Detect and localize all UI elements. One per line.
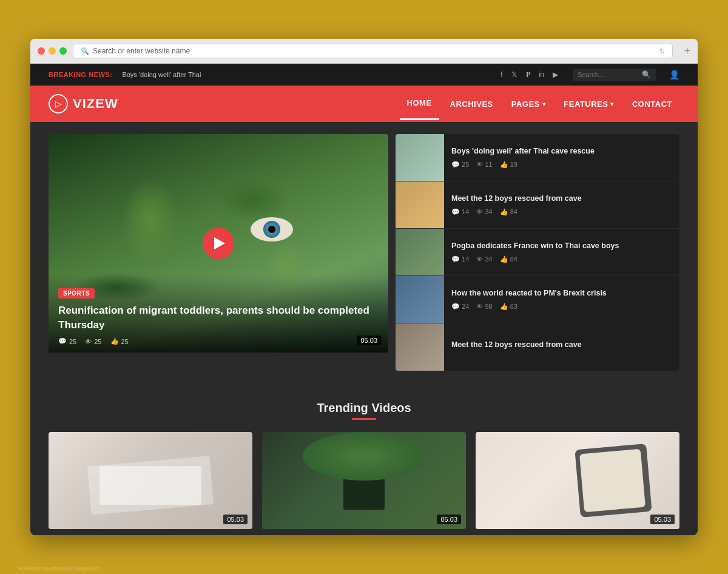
sidebar-thumb-5 [396,323,444,371]
sidebar-article-5[interactable]: Meet the 12 boys rescued from cave [396,323,679,371]
hero-views: 👁 25 [85,338,101,345]
trending-grid: 05.03 05.03 05.03 [49,432,679,529]
sidebar-comments-4: 💬 24 [451,303,469,311]
sidebar-title-3: Pogba dedicates France win to Thai cave … [451,241,672,252]
nav-item-features[interactable]: FEATURES ▾ [556,89,621,120]
address-bar-text: Search or enter website name [93,47,190,55]
main-nav: HOME ARCHIVES PAGES ▾ FEATURES ▾ CONTACT [400,87,679,120]
hero-overlay: SPORTS Reunification of migrant toddlers… [49,275,388,353]
top-search: 🔍 [573,69,656,81]
sidebar-article-2[interactable]: Meet the 12 boys rescued from cave 💬 14 … [396,181,679,229]
breaking-news-text: Boys 'doing well' after Thai [122,71,491,78]
card-duration-1: 05.03 [223,515,248,524]
pinterest-icon[interactable]: 𝐏 [526,70,530,79]
browser-chrome: 🔍 Search or enter website name ↻ + [30,39,698,64]
sidebar-article-1[interactable]: Boys 'doing well' after Thai cave rescue… [396,134,679,181]
new-tab-button[interactable]: + [684,45,690,58]
logo-text: VIZEW [73,96,118,112]
sidebar-likes-2: 👍 84 [500,208,517,216]
linkedin-icon[interactable]: in [539,70,544,79]
sidebar-content-5: Meet the 12 boys rescued from cave [444,323,679,371]
play-icon [214,237,225,249]
twitter-icon[interactable]: 𝕏 [511,70,517,79]
sidebar-views-1: 👁 11 [476,161,492,169]
youtube-icon[interactable]: ▶ [553,70,558,79]
sidebar-meta-2: 💬 14 👁 34 👍 84 [451,208,672,216]
close-dot[interactable] [38,47,45,55]
sidebar-views-3: 👁 34 [476,255,492,263]
eye-iris [263,221,280,238]
minimize-dot[interactable] [49,47,56,55]
hero-title: Reunification of migrant toddlers, paren… [58,303,379,333]
nav-item-archives[interactable]: ARCHIVES [443,89,500,120]
chevron-down-icon: ▾ [542,101,546,107]
breaking-news-label: BREAKING NEWS: [49,71,112,78]
search-input[interactable] [578,71,638,78]
search-icon[interactable]: 🔍 [642,70,651,79]
card-duration-2: 05.03 [437,515,461,524]
hero-likes: 👍 25 [110,337,129,345]
sidebar-comments-2: 💬 14 [451,208,469,216]
hero-sidebar: Boys 'doing well' after Thai cave rescue… [396,134,679,371]
hero-meta: 💬 25 👁 25 👍 25 [58,337,379,345]
sidebar-title-5: Meet the 12 boys rescued from cave [451,340,672,351]
sidebar-title-2: Meet the 12 boys rescued from cave [451,194,672,204]
trending-title: Trending Videos [317,401,411,420]
sidebar-comments-3: 💬 14 [451,255,469,263]
hero-section: SPORTS Reunification of migrant toddlers… [30,122,698,383]
sidebar-comments-1: 💬 25 [451,161,469,169]
browser-window: 🔍 Search or enter website name ↻ + BREAK… [30,39,698,535]
trending-card-2[interactable]: 05.03 [262,432,466,529]
trending-section: Trending Videos 05.03 05 [30,383,698,535]
nav-item-home[interactable]: HOME [400,87,439,120]
eye-white [251,217,293,241]
trending-thumb-3: 05.03 [476,432,679,529]
comment-icon: 💬 [58,337,67,345]
sidebar-content-4: How the world reacted to PM's Brexit cri… [444,276,679,323]
sidebar-title-1: Boys 'doing well' after Thai cave rescue [451,146,672,157]
main-header: ▷ VIZEW HOME ARCHIVES PAGES ▾ FEATURES ▾… [30,86,698,122]
play-button[interactable] [203,228,234,259]
user-icon[interactable]: 👤 [669,70,679,79]
eye-pupil [268,226,275,233]
hero-tag: SPORTS [58,288,95,299]
sidebar-meta-1: 💬 25 👁 11 👍 19 [451,161,672,169]
sidebar-views-4: 👁 98 [476,303,492,311]
nav-item-pages[interactable]: PAGES ▾ [504,89,553,120]
sidebar-meta-3: 💬 14 👁 34 👍 84 [451,255,672,263]
hero-comments: 💬 25 [58,337,76,345]
hero-image: SPORTS Reunification of migrant toddlers… [49,134,388,353]
nav-item-contact[interactable]: CONTACT [625,89,679,120]
maximize-dot[interactable] [59,47,67,55]
facebook-icon[interactable]: f [500,70,502,79]
sidebar-thumb-3 [396,229,444,275]
logo[interactable]: ▷ VIZEW [49,94,118,113]
sidebar-meta-4: 💬 24 👁 98 👍 63 [451,303,672,311]
site-wrapper: BREAKING NEWS: Boys 'doing well' after T… [30,64,698,535]
card-duration-3: 05.03 [650,515,675,524]
section-header: Trending Videos [49,401,679,420]
browser-dots [38,47,67,55]
sidebar-article-3[interactable]: Pogba dedicates France win to Thai cave … [396,229,679,276]
hero-eye-decoration [251,217,293,241]
trending-card-3[interactable]: 05.03 [476,432,679,529]
sidebar-likes-1: 👍 19 [500,161,517,169]
address-bar[interactable]: 🔍 Search or enter website name ↻ [73,44,673,58]
sidebar-content-3: Pogba dedicates France win to Thai cave … [444,229,679,275]
trending-card-1[interactable]: 05.03 [49,432,252,529]
sidebar-content-1: Boys 'doing well' after Thai cave rescue… [444,134,679,181]
sidebar-title-4: How the world reacted to PM's Brexit cri… [451,288,672,299]
chevron-down-icon: ▾ [610,101,614,107]
trending-thumb-2: 05.03 [262,432,466,529]
sidebar-likes-4: 👍 63 [500,303,517,311]
logo-icon: ▷ [49,94,68,113]
sidebar-article-4[interactable]: How the world reacted to PM's Brexit cri… [396,276,679,323]
eye-icon: 👁 [85,338,92,345]
sidebar-views-2: 👁 34 [476,208,492,216]
sidebar-likes-3: 👍 84 [500,255,517,263]
sidebar-thumb-4 [396,276,444,323]
sidebar-thumb-2 [396,181,444,228]
like-icon: 👍 [110,337,119,345]
social-icons: f 𝕏 𝐏 in ▶ [500,70,558,79]
hero-main[interactable]: SPORTS Reunification of migrant toddlers… [49,134,388,371]
